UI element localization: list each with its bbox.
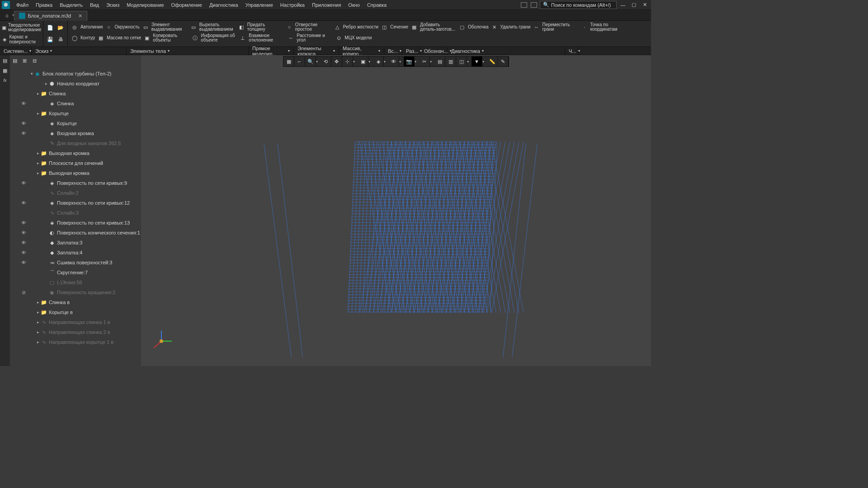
visibility-icon[interactable]: 👁 <box>20 230 27 235</box>
tree-tool-icon[interactable]: ▦ <box>0 66 9 75</box>
save-button[interactable]: 💾 <box>45 34 55 44</box>
tab-close-icon[interactable]: ✕ <box>78 13 82 19</box>
viewport[interactable]: ▦ ⌐ 🔍▾ ⟲ ✥ ⊹▾ ▣▾ ◈▾ 👁▾ 📷▾ ✂▾ ▤ ▥ ◫▾ ▼▾ 📏… <box>141 55 651 366</box>
tree-item[interactable]: 👁◐Поверхность конического сечения:1 <box>11 228 140 238</box>
layers-icon[interactable]: ▥ <box>445 56 456 66</box>
ribbon-tool[interactable]: ◫Сечение <box>379 22 409 33</box>
ribbon-tab[interactable]: Обознач...▾ <box>420 47 448 55</box>
visibility-icon[interactable]: 👁 <box>20 180 27 186</box>
ribbon-tool[interactable]: ▭Вырезать выдавливанием <box>189 22 236 33</box>
menu-Вид[interactable]: Вид <box>86 1 103 9</box>
ribbon-tool[interactable]: ▣Копировать объекты <box>142 33 190 43</box>
ribbon-tool[interactable]: ▦Массив по сетке <box>96 33 142 43</box>
ribbon-tool[interactable]: ▢Оболочка <box>457 22 490 33</box>
menu-Настройка[interactable]: Настройка <box>277 1 308 9</box>
visibility-icon[interactable]: 👁 <box>20 121 27 126</box>
fx-icon[interactable]: fx <box>0 76 9 85</box>
visibility-icon[interactable]: 👁 <box>20 220 27 225</box>
zoom-icon[interactable]: 🔍 <box>305 56 316 66</box>
ribbon-tab[interactable]: Элементы каркаса▾ <box>294 47 339 55</box>
tree-item[interactable]: 👁◈Спинка <box>11 99 140 108</box>
menu-Выделить[interactable]: Выделить <box>56 1 86 9</box>
tree-item[interactable]: ▸📁Корытце в <box>11 307 140 317</box>
ribbon-tool[interactable]: ⊥Взаимное отклонение <box>238 33 286 43</box>
layers-icon[interactable]: ▤ <box>434 56 445 66</box>
tree-item[interactable]: ⌒Скругление:7 <box>11 267 140 277</box>
grid-icon[interactable]: ▦ <box>283 56 294 66</box>
wireframe-surfaces-button[interactable]: ◈ Каркас и поверхности <box>1 34 42 46</box>
tree-mode-icon[interactable]: ▤ <box>13 58 21 66</box>
menu-Правка[interactable]: Правка <box>32 1 56 9</box>
visibility-icon[interactable]: 👁 <box>20 101 27 106</box>
menu-Оформление[interactable]: Оформление <box>168 1 206 9</box>
ribbon-tool[interactable]: ○Отверстие простое <box>284 22 332 33</box>
tree-item[interactable]: ⊘◉Поверхность вращения:2 <box>11 287 140 297</box>
tree-item[interactable]: ▸📁Спинка в <box>11 297 140 307</box>
ribbon-tool[interactable]: ✕Удалить грани <box>490 22 532 33</box>
tree-item[interactable]: 👁◈Поверхность по сети кривых:12 <box>11 198 140 208</box>
close-button[interactable]: ✕ <box>642 2 648 8</box>
snap-icon[interactable]: ⌐ <box>294 56 305 66</box>
edit-icon[interactable]: ✎ <box>498 56 509 66</box>
tree-mode-icon[interactable]: ⊟ <box>33 58 41 66</box>
tree-item[interactable]: ▸📁Спинка <box>11 89 140 99</box>
visibility-icon[interactable]: 👁 <box>20 240 27 245</box>
tools-icon[interactable]: ✂ <box>419 56 430 66</box>
ribbon-tool[interactable]: ○Окружность <box>104 22 141 33</box>
ribbon-tool[interactable]: ◎Автолиния <box>70 22 104 33</box>
ribbon-tool[interactable]: ⊙МЦХ модели <box>334 33 373 43</box>
ribbon-tool[interactable]: ◯Контур <box>70 33 96 43</box>
axis-icon[interactable]: ⊹ <box>342 56 353 66</box>
new-button[interactable]: 📄 <box>45 23 55 33</box>
cube-icon[interactable]: ▣ <box>358 56 368 66</box>
layout-icon[interactable] <box>521 2 527 8</box>
minimize-button[interactable]: — <box>620 2 626 8</box>
tree-mode-icon[interactable]: ⊞ <box>23 58 31 66</box>
document-tab[interactable]: Блок_лопаток.m3d ✕ <box>14 11 87 21</box>
tree-item[interactable]: 👁◈Поверхность по сети кривых:13 <box>11 218 140 228</box>
tree-item[interactable]: ▸📁Выходная кромка <box>11 148 140 158</box>
tree-item[interactable]: 👁⫘Сшивка поверхностей:3 <box>11 258 140 267</box>
visibility-icon[interactable]: 👁 <box>20 260 27 265</box>
tree-item[interactable]: ▸📁Корытце <box>11 108 140 118</box>
tree-item[interactable]: ▸📁Выходная кромка <box>11 168 140 178</box>
menu-Файл[interactable]: Файл <box>13 1 32 9</box>
visibility-icon[interactable]: 👁 <box>20 250 27 255</box>
tree-item[interactable]: ▸∿Направляющая спинка 2 в <box>11 327 140 337</box>
axis-gizmo-icon[interactable] <box>150 330 173 352</box>
ribbon-tool[interactable]: △Ребро жесткости <box>332 22 379 33</box>
ribbon-tool[interactable]: ·Точка по координатам <box>579 22 627 33</box>
menu-Эскиз[interactable]: Эскиз <box>103 1 123 9</box>
menu-Диагностика[interactable]: Диагностика <box>206 1 242 9</box>
ribbon-tool[interactable]: ↔Переместить грани <box>531 22 579 33</box>
ribbon-tab[interactable]: Эскиз▾ <box>32 47 127 55</box>
ribbon-tool[interactable]: ▦Добавить деталь-заготов... <box>409 22 457 33</box>
orbit-icon[interactable]: ⟲ <box>321 56 331 66</box>
tree-item[interactable]: ▸∿Направляющая корытце 1 в <box>11 337 140 347</box>
tree-item[interactable]: 👁◈Поверхность по сети кривых:9 <box>11 178 140 188</box>
ribbon-tab[interactable]: Прямое моделир...▾ <box>249 47 294 55</box>
ribbon-tool[interactable]: ▭Элемент выдавливания <box>141 22 189 33</box>
tree-item[interactable]: ✎Для входных каналов 262,5 <box>11 138 140 148</box>
ribbon-tab[interactable]: Вс...▾ <box>384 47 402 55</box>
wire-icon[interactable]: ◈ <box>373 56 384 66</box>
tree-item[interactable]: ▸∿Направляющая спинка 1 в <box>11 317 140 327</box>
visibility-icon[interactable]: ⊘ <box>20 290 27 296</box>
tree-tool-icon[interactable]: ▤ <box>0 56 9 65</box>
menu-Окно[interactable]: Окно <box>344 1 363 9</box>
ribbon-tool[interactable]: ◧Придать толщину <box>236 22 284 33</box>
tree-item[interactable]: 👁◆Заплатка:4 <box>11 248 140 258</box>
tree-item[interactable]: ▸📁Плоскости для сечений <box>11 158 140 168</box>
layers-icon[interactable]: ◫ <box>456 56 467 66</box>
print-button[interactable]: 🖶 <box>56 34 66 44</box>
menu-Моделирование[interactable]: Моделирование <box>123 1 167 9</box>
tree-item[interactable]: ▸⬢Начало координат <box>11 79 140 89</box>
cam-icon[interactable]: 📷 <box>404 56 415 66</box>
pan-icon[interactable]: ✥ <box>331 56 342 66</box>
ribbon-tab[interactable]: Системн...▾ <box>0 47 32 55</box>
tree-item[interactable]: ▢(-)Эскиз:58 <box>11 277 140 287</box>
maximize-button[interactable]: ▢ <box>631 2 637 8</box>
menu-Управление[interactable]: Управление <box>242 1 277 9</box>
solid-modeling-button[interactable]: ▣ Твердотельное моделирование <box>1 22 42 34</box>
vis-icon[interactable]: 👁 <box>388 56 399 66</box>
